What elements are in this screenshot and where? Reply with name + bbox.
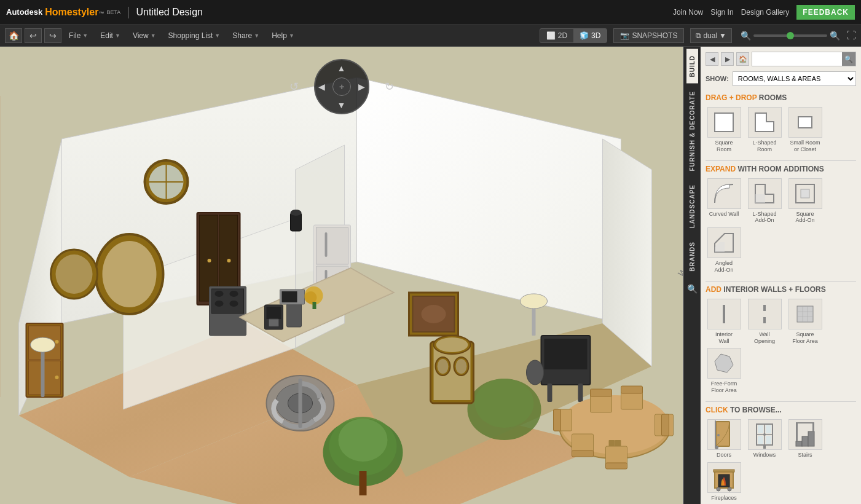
free-form-label: Free-FormFloor Area — [711, 380, 737, 394]
svg-rect-113 — [763, 305, 766, 311]
join-now-link[interactable]: Join Now — [673, 8, 703, 17]
svg-rect-128 — [758, 425, 763, 433]
feedback-button[interactable]: FEEDBACK — [796, 5, 855, 20]
snapshots-button[interactable]: 📷 SNAPSHOTS — [613, 28, 684, 43]
curved-wall-item[interactable]: Curved Wall — [706, 178, 742, 224]
dual-view-button[interactable]: ⧉ dual ▼ — [690, 28, 732, 43]
doors-item[interactable]: Doors — [706, 419, 742, 459]
svg-rect-133 — [763, 445, 766, 449]
2d-view-button[interactable]: ⬜2D — [540, 29, 573, 42]
topbar: Autodesk Homestyler™ BETA | Untitled Des… — [0, 0, 861, 25]
l-addon-icon — [748, 178, 782, 209]
zoom-thumb — [787, 32, 794, 39]
svg-rect-112 — [723, 305, 725, 323]
drag-rooms-rest: ROOMS — [759, 93, 787, 102]
redo-button[interactable]: ↪ — [44, 28, 61, 43]
windows-item[interactable]: Windows — [746, 419, 783, 459]
interior-wall-item[interactable]: InteriorWall — [706, 299, 742, 345]
autodesk-brand: Autodesk — [6, 7, 42, 17]
tab-brands[interactable]: BRANDS — [686, 235, 698, 278]
top-links: Join Now Sign In Design Gallery FEEDBACK — [673, 5, 855, 20]
nav-left-button[interactable]: ◀ — [318, 82, 325, 92]
rotate-left-button[interactable]: ↺ — [289, 80, 299, 93]
stairs-item[interactable]: Stairs — [787, 419, 824, 459]
panel-search-button[interactable]: 🔍 — [842, 52, 855, 66]
nav-center-button[interactable]: ✛ — [332, 77, 351, 96]
svg-rect-105 — [798, 117, 812, 128]
help-menu[interactable]: Help ▼ — [267, 29, 299, 42]
home-button[interactable]: 🏠 — [5, 28, 22, 43]
small-room-item[interactable]: Small Roomor Closet — [787, 107, 824, 153]
square-room-item[interactable]: SquareRoom — [706, 107, 742, 153]
fireplaces-icon — [707, 462, 741, 493]
show-select[interactable]: ROOMS, WALLS & AREAS — [733, 71, 856, 86]
svg-rect-74 — [662, 414, 669, 436]
panel-forward-button[interactable]: ▶ — [721, 52, 734, 66]
design-title[interactable]: Untitled Design — [136, 7, 203, 18]
view-toggle: ⬜2D 🧊3D — [540, 28, 608, 43]
undo-button[interactable]: ↩ — [25, 28, 42, 43]
share-menu[interactable]: Share ▼ — [227, 29, 264, 42]
design-canvas[interactable]: Wall Stairs ↺ ▲ ▼ ◀ ▶ ✛ ↻ — [0, 47, 683, 504]
svg-rect-83 — [41, 348, 45, 397]
svg-rect-109 — [801, 189, 809, 198]
svg-rect-44 — [267, 307, 281, 319]
panel-home-button[interactable]: 🏠 — [736, 52, 749, 66]
nav-down-button[interactable]: ▼ — [337, 100, 346, 110]
sq-floor-item[interactable]: SquareFloor Area — [787, 299, 824, 345]
svg-rect-75 — [572, 434, 594, 452]
svg-point-90 — [422, 305, 446, 323]
sq-addon-item[interactable]: SquareAdd-On — [787, 178, 824, 224]
angled-addon-item[interactable]: AngledAdd-On — [706, 227, 742, 274]
tab-furnish[interactable]: FURNISH & DECORATE — [686, 85, 698, 178]
fireplaces-item[interactable]: Fireplaces — [706, 462, 742, 502]
square-room-label: SquareRoom — [715, 140, 733, 153]
view-menu[interactable]: View ▼ — [128, 29, 161, 42]
svg-point-124 — [715, 446, 718, 449]
rotate-right-button[interactable]: ↻ — [385, 80, 394, 93]
navigation-control[interactable]: ↺ ▲ ▼ ◀ ▶ ✛ ↻ — [302, 59, 382, 114]
svg-point-40 — [230, 301, 238, 307]
nav-right-button[interactable]: ▶ — [358, 82, 365, 92]
zoom-slider[interactable] — [753, 34, 827, 37]
panel-back-button[interactable]: ◀ — [706, 52, 718, 66]
svg-rect-121 — [716, 422, 729, 446]
3d-view-button[interactable]: 🧊3D — [573, 29, 607, 42]
tab-build[interactable]: BUILD — [686, 49, 698, 84]
svg-marker-104 — [755, 113, 774, 132]
svg-rect-123 — [715, 420, 716, 447]
edit-menu[interactable]: Edit ▼ — [95, 29, 125, 42]
wall-opening-label: WallOpening — [754, 331, 775, 345]
divider-1 — [706, 160, 856, 161]
divider-2 — [706, 281, 856, 282]
tab-landscape[interactable]: LANDSCAPE — [686, 178, 698, 234]
zoom-out-icon[interactable]: 🔍 — [741, 31, 751, 41]
expand-header: EXPAND WITH ROOM ADDITIONS — [706, 165, 856, 173]
interior-header: ADD INTERIOR WALLS + FLOORS — [706, 285, 856, 294]
wall-opening-item[interactable]: WallOpening — [746, 299, 783, 345]
l-shaped-room-label: L-ShapedRoom — [752, 140, 776, 153]
nav-up-button[interactable]: ▲ — [337, 63, 346, 73]
svg-rect-64 — [548, 384, 552, 402]
zoom-in-icon[interactable]: 🔍 — [830, 31, 840, 41]
l-shaped-room-item[interactable]: L-ShapedRoom — [746, 107, 783, 153]
svg-rect-115 — [797, 306, 813, 322]
browse-rest: TO BROWSE... — [730, 406, 782, 414]
panel-search-input[interactable] — [752, 54, 842, 64]
main-content: Wall Stairs ↺ ▲ ▼ ◀ ▶ ✛ ↻ — [0, 47, 861, 504]
svg-rect-76 — [572, 451, 594, 457]
svg-rect-72 — [591, 389, 612, 396]
svg-rect-136 — [808, 431, 814, 446]
file-menu[interactable]: File ▼ — [64, 29, 93, 42]
search-panel-icon[interactable]: 🔍 — [687, 284, 698, 294]
shopping-list-menu[interactable]: Shopping List ▼ — [163, 29, 226, 42]
svg-rect-137 — [796, 423, 798, 441]
l-addon-item[interactable]: L-ShapedAdd-On — [746, 178, 783, 224]
svg-rect-48 — [282, 291, 297, 302]
fullscreen-button[interactable]: ⛶ — [846, 30, 856, 41]
browse-header: CLICK TO BROWSE... — [706, 406, 856, 414]
free-form-item[interactable]: Free-FormFloor Area — [706, 348, 742, 394]
sign-in-link[interactable]: Sign In — [710, 8, 733, 17]
svg-rect-107 — [755, 194, 765, 203]
design-gallery-link[interactable]: Design Gallery — [741, 8, 790, 17]
